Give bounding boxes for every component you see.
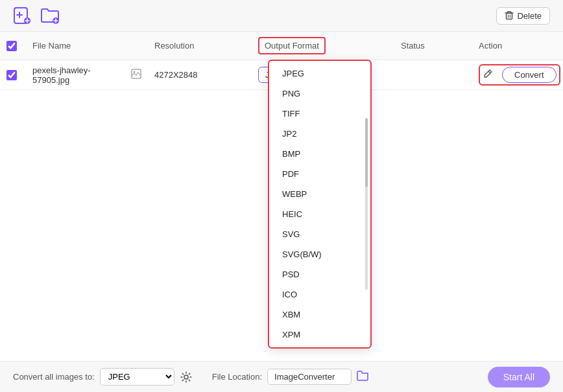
dropdown-item-svgbw[interactable]: SVG(B/W) [269,244,370,264]
convert-button[interactable]: Convert [502,67,557,83]
dropdown-item-tiff[interactable]: TIFF [269,104,370,124]
svg-point-13 [134,71,136,73]
toolbar: Delete [0,0,563,32]
row-action-cell: Convert [472,64,563,86]
convert-all-label: Convert all images to: [13,372,95,382]
delete-button[interactable]: Delete [496,7,550,25]
row-filename: pexels-jhawley-57905.jpg [32,65,127,85]
header-output-format: Output Format [252,37,394,54]
header-resolution: Resolution [148,37,252,54]
dropdown-item-svg[interactable]: SVG [269,224,370,244]
header-action: Action [472,37,563,54]
header-checkbox-cell [0,37,26,54]
format-dropdown-menu: JPEG PNG TIFF JP2 BMP PDF WEBP HEIC SVG … [268,60,372,349]
table-header: File Name Resolution Output Format Statu… [0,32,563,60]
file-location-label: File Location: [212,372,262,382]
convert-all-select[interactable]: JPEG PNG TIFF JP2 BMP PDF WEBP HEIC SVG … [100,368,174,386]
dropdown-item-psd[interactable]: PSD [269,264,370,284]
dropdown-item-heic[interactable]: HEIC [269,204,370,224]
dropdown-item-jpeg[interactable]: JPEG [269,63,370,84]
toolbar-left [13,6,60,25]
edit-button[interactable] [483,69,493,81]
dropdown-item-png[interactable]: PNG [269,84,370,104]
dropdown-item-xbm[interactable]: XBM [269,305,370,325]
row-checkbox[interactable] [6,70,17,80]
output-format-header-label: Output Format [258,37,326,54]
svg-line-15 [488,71,490,73]
delete-label: Delete [517,11,542,21]
convert-all-group: Convert all images to: JPEG PNG TIFF JP2… [13,368,193,386]
row-filename-cell: pexels-jhawley-57905.jpg [26,65,148,85]
dropdown-item-pdf[interactable]: PDF [269,164,370,184]
svg-rect-9 [507,14,512,19]
row-checkbox-cell [0,70,26,80]
add-folder-button[interactable] [40,6,60,25]
dropdown-item-xpm[interactable]: XPM [269,325,370,345]
file-location-value: ImageConverter [267,369,352,385]
row-resolution: 4272X2848 [148,70,252,80]
dropdown-scrollbar-thumb [365,118,368,187]
dropdown-item-ico[interactable]: ICO [269,284,370,305]
file-location-folder-button[interactable] [357,371,368,384]
thumbnail-icon [131,69,141,81]
start-all-button[interactable]: Start All [488,367,550,387]
convert-area: Convert [479,64,560,86]
convert-all-settings-button[interactable] [180,371,193,384]
select-all-checkbox[interactable] [6,41,17,51]
dropdown-item-webp[interactable]: WEBP [269,184,370,204]
file-location-group: File Location: ImageConverter [212,369,368,385]
dropdown-item-jp2[interactable]: JP2 [269,124,370,144]
dropdown-item-bmp[interactable]: BMP [269,144,370,164]
svg-point-16 [184,375,188,379]
dropdown-scrollbar [365,118,368,290]
add-file-button[interactable] [13,6,31,25]
header-filename: File Name [26,37,148,54]
bottom-bar: Convert all images to: JPEG PNG TIFF JP2… [0,361,563,392]
header-status: Status [394,37,472,54]
